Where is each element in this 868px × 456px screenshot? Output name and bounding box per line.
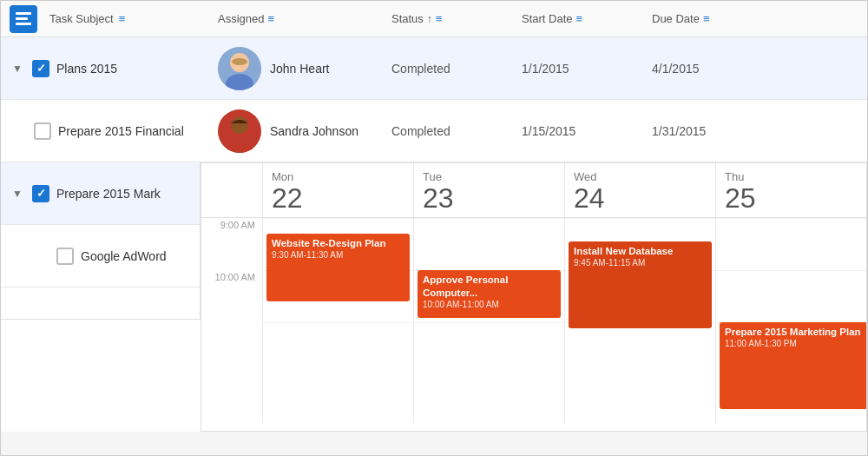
- list-item: ▼ Prepare 2015 Mark: [1, 162, 200, 225]
- checkbox-3[interactable]: [32, 185, 49, 202]
- checkbox-1[interactable]: [32, 60, 49, 77]
- event-title-approve: Approve Personal Computer...: [423, 274, 556, 300]
- col-task-label: Task Subject: [49, 12, 114, 25]
- event-title-website: Website Re-Design Plan: [272, 237, 404, 250]
- col-status-label: Status: [391, 12, 424, 25]
- event-time-marketing: 11:00 AM-1:30 PM: [725, 339, 866, 348]
- side-task-panel: ▼ Prepare 2015 Mark Google AdWord he Mar…: [1, 162, 201, 432]
- checkbox-2[interactable]: [34, 122, 51, 140]
- app-icon: [10, 5, 37, 33]
- svg-point-5: [231, 116, 248, 134]
- col-start-label: Start Date: [522, 12, 573, 25]
- start-date-1: 1/1/2015: [522, 62, 569, 76]
- task-filter-icon[interactable]: ≡: [119, 12, 126, 25]
- expand-button-1[interactable]: ▼: [10, 61, 25, 76]
- cal-event-website[interactable]: Website Re-Design Plan 9:30 AM-11:30 AM: [266, 234, 410, 301]
- time-gutter: 9:00 AM 10:00 AM: [201, 218, 262, 423]
- table-header: Task Subject ≡ Assigned ≡ Status ↑ ≡ Sta…: [1, 1, 867, 37]
- cal-day-body-mon: Website Re-Design Plan 9:30 AM-11:30 AM: [262, 218, 413, 423]
- cal-day-body-thu: Prepare 2015 Marketing Plan 11:00 AM-1:3…: [715, 218, 866, 423]
- status-sort-icon[interactable]: ↑: [427, 13, 432, 25]
- start-filter-icon[interactable]: ≡: [576, 12, 583, 25]
- chart-left: he Market...: [1, 319, 201, 432]
- cal-day-body-wed: Install New Database 9:45 AM-11:15 AM: [564, 218, 715, 423]
- status-2: Completed: [391, 124, 450, 138]
- calendar-header: Mon 22 Tue 23 Wed 24 Thu 25: [201, 163, 866, 218]
- due-filter-icon[interactable]: ≡: [703, 12, 710, 25]
- calendar-body: 9:00 AM 10:00 AM Website Re-Design: [201, 218, 866, 423]
- col-assigned-label: Assigned: [218, 12, 264, 25]
- task-name-2: Prepare 2015 Financial: [58, 124, 184, 138]
- event-time-approve: 10:00 AM-11:00 AM: [423, 300, 556, 309]
- event-time-database: 9:45 AM-11:15 AM: [574, 258, 707, 268]
- cal-day-tue: Tue 23: [413, 163, 564, 217]
- col-due-label: Due Date: [652, 12, 700, 25]
- avatar-sandra: [218, 109, 261, 153]
- list-item: Google AdWord: [1, 225, 200, 287]
- task-name-3: Prepare 2015 Mark: [56, 187, 161, 201]
- task-name-4: Google AdWord: [81, 249, 167, 263]
- event-title-marketing: Prepare 2015 Marketing Plan: [725, 326, 866, 339]
- cal-event-approve[interactable]: Approve Personal Computer... 10:00 AM-11…: [418, 270, 561, 318]
- cal-day-body-tue: Approve Personal Computer... 10:00 AM-11…: [413, 218, 564, 423]
- cal-day-thu: Thu 25: [715, 163, 866, 217]
- due-date-1: 4/1/2015: [652, 62, 700, 76]
- assigned-name-1: John Heart: [270, 62, 329, 76]
- avatar-john: [218, 47, 261, 90]
- start-date-2: 1/15/2015: [522, 124, 575, 138]
- due-date-2: 1/31/2015: [652, 124, 706, 138]
- status-filter-icon[interactable]: ≡: [436, 12, 443, 25]
- event-time-website: 9:30 AM-11:30 AM: [272, 250, 404, 260]
- assigned-name-2: Sandra Johnson: [270, 124, 358, 138]
- cal-event-database[interactable]: Install New Database 9:45 AM-11:15 AM: [569, 241, 712, 328]
- expand-button-3[interactable]: ▼: [10, 186, 25, 202]
- status-1: Completed: [391, 62, 450, 76]
- cal-event-marketing[interactable]: Prepare 2015 Marketing Plan 11:00 AM-1:3…: [720, 322, 866, 409]
- event-title-database: Install New Database: [574, 245, 707, 258]
- table-row: Prepare 2015 Financial Sandra Johnson Co…: [1, 100, 867, 162]
- calendar-grid: Website Re-Design Plan 9:30 AM-11:30 AM …: [262, 218, 866, 423]
- cal-day-wed: Wed 24: [564, 163, 715, 217]
- table-row: ▼ Plans 2015 John Heart Completed 1/1/20…: [1, 37, 867, 100]
- assigned-filter-icon[interactable]: ≡: [267, 12, 274, 25]
- task-name-1: Plans 2015: [56, 62, 117, 76]
- cal-day-mon: Mon 22: [262, 163, 413, 217]
- checkbox-4[interactable]: [56, 248, 74, 265]
- svg-point-3: [232, 58, 247, 65]
- calendar-panel: Mon 22 Tue 23 Wed 24 Thu 25: [201, 162, 867, 432]
